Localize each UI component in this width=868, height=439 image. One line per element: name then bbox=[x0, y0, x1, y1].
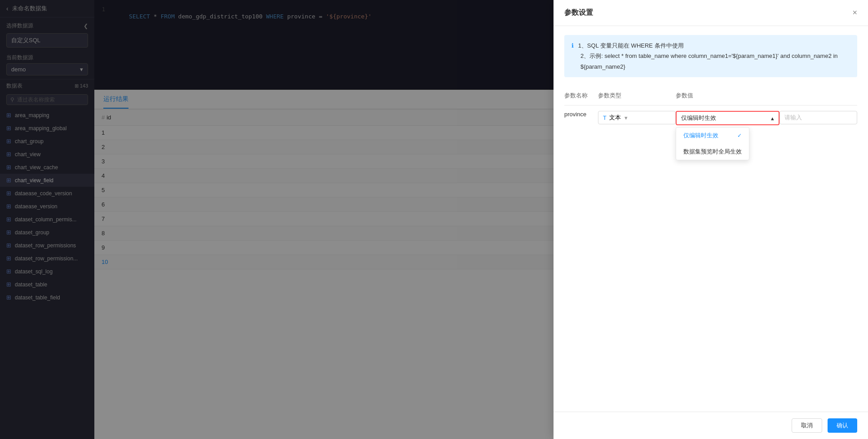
param-settings-modal: 参数设置 × ℹ 1、SQL 变量只能在 WHERE 条件中使用 2、示例: s… bbox=[554, 0, 868, 439]
modal-close-button[interactable]: × bbox=[852, 8, 857, 18]
value-chevron-icon: ▴ bbox=[771, 115, 774, 122]
confirm-button[interactable]: 确认 bbox=[828, 418, 857, 433]
th-param-name: 参数名称 bbox=[564, 88, 598, 105]
param-type-cell: T 文本 ▾ bbox=[598, 105, 676, 131]
dropdown-item-global[interactable]: 数据集预览时全局生效 bbox=[676, 144, 749, 160]
check-icon: ✓ bbox=[737, 132, 742, 139]
param-type-label: 文本 bbox=[609, 114, 621, 122]
th-param-value: 参数值 bbox=[676, 88, 779, 105]
info-icon: ℹ bbox=[571, 42, 574, 49]
modal-body: ℹ 1、SQL 变量只能在 WHERE 条件中使用 2、示例: select *… bbox=[554, 26, 868, 412]
modal-header: 参数设置 × bbox=[554, 0, 868, 26]
param-value-selected: 仅编辑时生效 bbox=[681, 114, 716, 122]
th-param-input bbox=[779, 88, 857, 105]
type-chevron-icon: ▾ bbox=[624, 114, 628, 121]
param-name-cell: province bbox=[564, 105, 598, 131]
info-line-2: 2、示例: select * from table_name where col… bbox=[571, 51, 850, 72]
param-row: province T 文本 ▾ 仅编辑时生效 ▴ bbox=[564, 105, 857, 131]
param-table: 参数名称 参数类型 参数值 province T 文本 ▾ bbox=[564, 88, 857, 131]
modal-footer: 取消 确认 bbox=[554, 412, 868, 439]
info-line-1: ℹ 1、SQL 变量只能在 WHERE 条件中使用 bbox=[571, 40, 850, 51]
dropdown-item-editor-only[interactable]: 仅编辑时生效 ✓ bbox=[676, 127, 749, 144]
th-param-type: 参数类型 bbox=[598, 88, 676, 105]
param-value-dropdown-menu: 仅编辑时生效 ✓ 数据集预览时全局生效 bbox=[676, 127, 749, 160]
cancel-button[interactable]: 取消 bbox=[792, 418, 822, 433]
type-text-icon: T bbox=[603, 114, 607, 121]
param-input-cell: 请输入 bbox=[779, 105, 857, 131]
info-box: ℹ 1、SQL 变量只能在 WHERE 条件中使用 2、示例: select *… bbox=[564, 35, 857, 77]
param-input-placeholder[interactable]: 请输入 bbox=[779, 111, 857, 124]
param-type-select[interactable]: T 文本 ▾ bbox=[598, 111, 676, 124]
modal-title: 参数设置 bbox=[564, 8, 593, 18]
param-value-dropdown[interactable]: 仅编辑时生效 ▴ bbox=[676, 111, 779, 125]
param-value-cell: 仅编辑时生效 ▴ 仅编辑时生效 ✓ 数据集预览时全局生效 bbox=[676, 105, 779, 131]
param-value-area: 仅编辑时生效 ▴ 仅编辑时生效 ✓ 数据集预览时全局生效 bbox=[676, 111, 779, 125]
